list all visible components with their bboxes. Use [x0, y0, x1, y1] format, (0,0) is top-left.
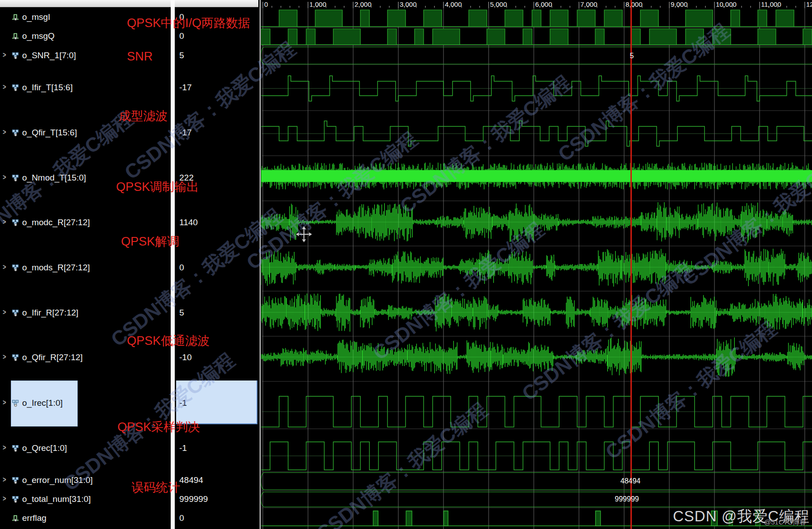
signal-value-o_SNR_1[7:0][interactable]: 5: [179, 51, 184, 60]
time-tick-label: 3,000: [400, 0, 417, 8]
bus-icon: [12, 129, 19, 137]
signal-name: o_Qfir_R[27:12]: [22, 353, 83, 362]
wave-row-o_msgI: [261, 10, 812, 27]
simulation-waveform-viewer: { "signals": [ {"name":"o_msgI","value":…: [0, 0, 812, 529]
time-tick-label: 12,000: [806, 0, 812, 8]
waveform-canvas[interactable]: 01,0002,0003,0004,0005,0006,0007,0008,00…: [261, 0, 812, 529]
wave-row-o_msgQ: [261, 29, 812, 45]
wave-row-o_modc_R[27:12]: [261, 202, 812, 243]
bus-icon: [12, 496, 19, 503]
51cto-footer-watermark: @51CTO博客: [764, 518, 806, 527]
signal-value-o_Irec[1:0][interactable]: -1: [179, 398, 187, 408]
bus-icon: [12, 354, 19, 362]
bus-icon: [12, 174, 19, 182]
signal-row-o_msgQ[interactable]: o_msgQ: [0, 30, 170, 42]
wave-row-o_Nmod_T[15:0]: [261, 162, 812, 190]
expand-chevron-icon[interactable]: >: [3, 218, 6, 226]
expand-chevron-icon[interactable]: >: [3, 263, 6, 271]
time-tick-label: 5,000: [490, 0, 507, 8]
signal-value-o_Ifir_R[27:12][interactable]: 5: [179, 308, 184, 318]
signal-row-o_Irec[1:0][interactable]: >o_Irec[1:0]: [0, 397, 170, 409]
time-tick-label: 2,000: [355, 0, 372, 8]
bus-icon: [12, 52, 19, 60]
signal-value-o_Ifir_T[15:6][interactable]: -17: [179, 83, 191, 93]
time-tick-label: 0: [264, 0, 268, 8]
bus-icon: [12, 445, 19, 452]
bus-icon: [12, 84, 19, 92]
bus-icon: [12, 219, 19, 227]
time-tick-label: 1,000: [309, 0, 327, 8]
signal-value-o_Qfir_R[27:12][interactable]: -10: [179, 353, 191, 362]
bus-icon: [12, 309, 19, 317]
bus-value-label-o_SNR_1[7:0]: 5: [630, 52, 634, 60]
signal-name: o_Qfir_T[15:6]: [22, 128, 77, 138]
signal-row-errflag[interactable]: errflag: [0, 512, 170, 524]
wave-row-o_Ifir_R[27:12]: [261, 293, 812, 332]
signal-name: o_modc_R[27:12]: [22, 218, 90, 227]
signal-name: o_Qrec[1:0]: [22, 443, 67, 453]
signal-name: o_Nmod_T[15:0]: [22, 173, 86, 183]
expand-chevron-icon[interactable]: >: [3, 51, 6, 59]
signal-row-o_Ifir_T[15:6][interactable]: >o_Ifir_T[15:6]: [0, 82, 170, 93]
signal-name: o_error_num[31:0]: [22, 475, 93, 485]
signal-value-o_Qrec[1:0][interactable]: -1: [179, 443, 187, 453]
signal-value-o_Qfir_T[15:6][interactable]: -17: [179, 128, 191, 138]
time-tick-label: 9,000: [671, 0, 688, 8]
expand-chevron-icon[interactable]: >: [3, 83, 6, 91]
signal-row-o_mods_R[27:12][interactable]: >o_mods_R[27:12]: [0, 262, 170, 274]
wave-row-o_error_num[31:0]: [261, 473, 812, 490]
panel-header-bar: [0, 0, 258, 7]
signal-value-o_total_num[31:0][interactable]: 999999: [179, 494, 208, 504]
wave-row-o_SNR_1[7:0]: [261, 47, 812, 64]
bus-icon: [12, 399, 19, 407]
panel-right-border: [260, 0, 261, 529]
time-tick-label: 10,000: [716, 0, 737, 8]
time-tick-label: 4,000: [445, 0, 462, 8]
annotation-label: QPSK采样判决: [117, 419, 200, 435]
time-cursor[interactable]: [630, 0, 632, 529]
annotation-label: QPSK解调: [121, 233, 179, 250]
panel-splitter[interactable]: [171, 0, 175, 529]
signal-name: o_Irec[1:0]: [22, 398, 63, 408]
signal-name: o_Ifir_R[27:12]: [22, 308, 79, 318]
signal-value-errflag[interactable]: 0: [179, 513, 184, 523]
signal-value-o_mods_R[27:12][interactable]: 0: [179, 263, 184, 273]
signal-value-o_msgQ[interactable]: 0: [179, 31, 184, 41]
annotation-label: SNR: [127, 50, 153, 64]
signal-row-o_modc_R[27:12][interactable]: >o_modc_R[27:12]: [0, 217, 170, 228]
expand-chevron-icon[interactable]: >: [3, 399, 6, 407]
signal-value-o_error_num[31:0][interactable]: 48494: [179, 475, 203, 485]
signal-name: o_msgI: [22, 12, 50, 22]
time-tick-label: 6,000: [535, 0, 552, 8]
signal-name: o_SNR_1[7:0]: [22, 51, 76, 60]
expand-chevron-icon[interactable]: >: [3, 476, 6, 484]
bus-icon: [12, 477, 19, 484]
expand-chevron-icon[interactable]: >: [3, 308, 6, 316]
scalar-signal-icon: [12, 32, 19, 40]
expand-chevron-icon[interactable]: >: [3, 353, 6, 361]
bus-icon: [12, 264, 19, 272]
scalar-signal-icon: [12, 515, 19, 522]
expand-chevron-icon[interactable]: >: [3, 444, 6, 452]
expand-chevron-icon[interactable]: >: [3, 173, 6, 181]
signal-name: o_msgQ: [22, 31, 55, 41]
expand-chevron-icon[interactable]: >: [3, 495, 6, 503]
signal-name: errflag: [22, 513, 47, 523]
time-tick-label: 7,000: [580, 0, 597, 8]
annotation-label: QPSK调制输出: [116, 179, 199, 195]
annotation-label: QPSK中的I/Q两路数据: [127, 15, 250, 31]
time-tick-label: 8,000: [625, 0, 643, 8]
signal-name: o_mods_R[27:12]: [22, 263, 90, 273]
annotation-label: 成型滤波: [119, 108, 168, 124]
signal-row-o_Qfir_T[15:6][interactable]: >o_Qfir_T[15:6]: [0, 127, 170, 139]
signal-value-o_modc_R[27:12][interactable]: 1140: [179, 218, 198, 227]
waveform-plot: [261, 0, 812, 529]
signal-row-o_Qfir_R[27:12][interactable]: >o_Qfir_R[27:12]: [0, 352, 170, 363]
signal-name: o_total_num[31:0]: [22, 494, 91, 504]
expand-chevron-icon[interactable]: >: [3, 128, 6, 136]
signal-row-o_Qrec[1:0][interactable]: >o_Qrec[1:0]: [0, 442, 170, 454]
selected-row-value-highlight: [176, 381, 257, 424]
time-tick-label: 11,000: [761, 0, 781, 8]
signal-name: o_Ifir_T[15:6]: [22, 83, 73, 93]
signal-row-o_Ifir_R[27:12][interactable]: >o_Ifir_R[27:12]: [0, 307, 170, 319]
